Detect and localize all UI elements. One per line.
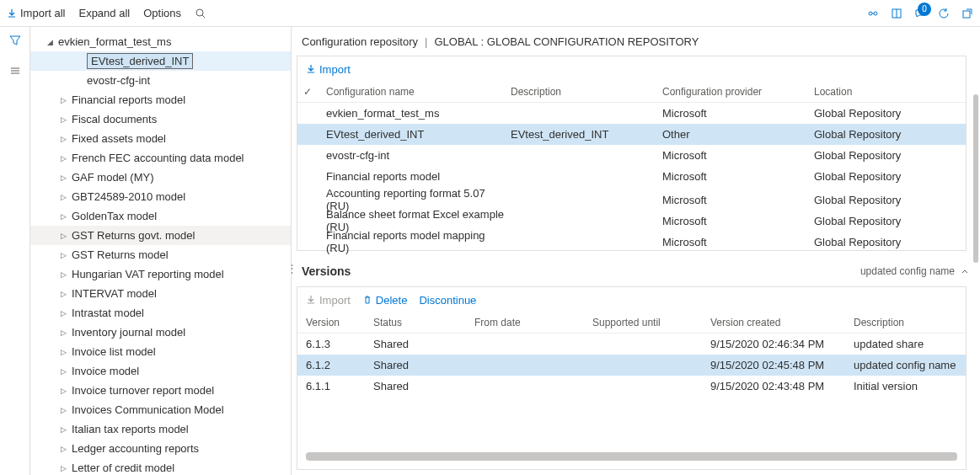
tree-item[interactable]: ▷Letter of credit model [30,458,291,475]
splitter-handle[interactable]: ⋮ [292,251,294,285]
options-button[interactable]: Options [143,7,181,19]
expand-icon[interactable]: ▷ [59,425,67,434]
config-table-row[interactable]: Financial reports model mapping (RU)Micr… [297,229,966,250]
expand-icon[interactable]: ▷ [59,290,67,298]
expand-icon[interactable]: ▷ [59,406,67,414]
tree-item[interactable]: ▷Invoice list model [30,342,291,361]
tree-item[interactable]: ▷Inventory journal model [30,323,291,342]
collapse-icon[interactable]: ◢ [46,38,54,46]
link-icon[interactable] [867,8,879,19]
col-created[interactable]: Version created [710,317,854,328]
version-table-row[interactable]: 6.1.3Shared9/15/2020 02:46:34 PMupdated … [297,334,966,355]
expand-icon[interactable]: ▷ [59,115,67,124]
expand-icon[interactable]: ▷ [59,193,67,201]
list-icon[interactable] [8,64,22,77]
svg-point-1 [869,12,872,15]
version-delete-button[interactable]: Delete [362,294,408,307]
tree-item[interactable]: ▷Intrastat model [30,303,291,323]
content-header: Configuration repository | GLOBAL : GLOB… [292,27,980,56]
config-table-row[interactable]: Accounting reporting format 5.07 (RU)Mic… [297,187,966,208]
expand-icon[interactable]: ▷ [59,154,67,163]
import-button[interactable]: Import [306,63,351,76]
tree-item[interactable]: ▷Fiscal documents [30,109,291,129]
versions-title: Versions [302,264,351,278]
message-badge[interactable]: 0 [914,8,926,19]
version-table-row[interactable]: 6.1.2Shared9/15/2020 02:45:48 PMupdated … [297,355,966,376]
config-table-row[interactable]: EVtest_derived_INTEVtest_derived_INTOthe… [297,124,966,145]
tree-item[interactable]: ▷INTERVAT model [30,284,291,303]
expand-icon[interactable]: ▷ [59,387,67,395]
tree-item[interactable]: ▷Italian tax reports model [30,419,291,439]
tree-item[interactable]: ▷GAF model (MY) [30,168,291,187]
search-button[interactable] [195,8,206,19]
office-icon[interactable] [891,8,902,19]
expand-icon[interactable]: ▷ [59,367,67,376]
tree-item[interactable]: ▷Invoice model [30,361,291,381]
tree-item[interactable]: ▷GoldenTax model [30,206,291,226]
popout-icon[interactable] [961,8,973,19]
expand-icon[interactable]: ▷ [59,270,67,279]
import-all-button[interactable]: Import all [7,7,65,19]
version-table-row[interactable]: 6.1.1Shared9/15/2020 02:43:48 PMInitial … [297,376,966,397]
horizontal-scrollbar[interactable] [306,452,957,461]
config-table-row[interactable]: evostr-cfg-intMicrosoftGlobal Repository [297,145,966,166]
col-description[interactable]: Description [511,86,662,98]
config-table-row[interactable]: Financial reports modelMicrosoftGlobal R… [297,166,966,187]
cell-name: Financial reports model [326,170,511,183]
cell-provider: Microsoft [662,170,814,183]
tree-item[interactable]: ▷Ledger accounting reports [30,439,291,458]
config-table-row[interactable]: Balance sheet format Excel example (RU)M… [297,208,966,229]
expand-icon[interactable]: ▷ [59,464,67,472]
chevron-up-icon[interactable] [960,266,970,276]
version-import-button[interactable]: Import [306,294,351,307]
col-location[interactable]: Location [814,86,966,98]
expand-all-label: Expand all [78,7,130,19]
expand-icon[interactable]: ▷ [59,96,67,104]
expand-icon[interactable]: ▷ [59,348,67,356]
version-discontinue-button[interactable]: Discontinue [419,294,476,307]
col-desc[interactable]: Description [854,317,980,328]
cell-name: evkien_format_test_ms [326,107,511,120]
col-from[interactable]: From date [474,317,592,328]
expand-icon[interactable]: ▷ [59,232,67,240]
tree-item[interactable]: ▷Fixed assets model [30,129,291,148]
cell-name: evostr-cfg-int [326,149,511,162]
vertical-scrollbar[interactable] [973,94,978,263]
tree-panel: ◢ evkien_format_test_ms EVtest_derived_I… [30,27,292,475]
expand-icon[interactable]: ▷ [59,212,67,221]
tree-item[interactable]: evostr-cfg-int [30,71,291,90]
expand-all-button[interactable]: Expand all [78,7,130,19]
tree-item[interactable]: ▷Financial reports model [30,90,291,109]
tree-item-label: Italian tax reports model [72,423,189,435]
expand-icon[interactable]: ▷ [59,328,67,337]
tree-root[interactable]: ◢ evkien_format_test_ms [30,32,291,51]
col-until[interactable]: Supported until [592,317,710,328]
check-column-icon[interactable]: ✓ [301,86,314,98]
tree-item-label: GoldenTax model [72,210,157,222]
tree-item[interactable]: ▷Invoices Communication Model [30,400,291,419]
import-label: Import [319,63,351,76]
tree-item[interactable]: ▷Hungarian VAT reporting model [30,264,291,284]
col-status[interactable]: Status [373,317,474,328]
tree-item[interactable]: ▷Invoice turnover report model [30,381,291,400]
col-config-name[interactable]: Configuration name [326,86,511,98]
cell-desc: updated config name [854,359,980,371]
expand-icon[interactable]: ▷ [59,173,67,182]
col-provider[interactable]: Configuration provider [662,86,814,98]
expand-icon[interactable]: ▷ [59,309,67,318]
cell-location: Global Repository [814,128,966,141]
tree-item[interactable]: ▷GBT24589-2010 model [30,187,291,206]
tree-item[interactable]: ▷GST Returns govt. model [30,226,291,245]
top-toolbar: Import all Expand all Options 0 [0,0,980,27]
config-table-row[interactable]: evkien_format_test_msMicrosoftGlobal Rep… [297,103,966,124]
options-label: Options [143,7,181,19]
refresh-icon[interactable] [938,8,950,19]
expand-icon[interactable]: ▷ [59,135,67,143]
tree-item[interactable]: ▷GST Returns model [30,245,291,264]
tree-item[interactable]: EVtest_derived_INT [30,51,291,71]
col-version[interactable]: Version [306,317,373,328]
expand-icon[interactable]: ▷ [59,251,67,259]
tree-item[interactable]: ▷French FEC accounting data model [30,148,291,168]
filter-icon[interactable] [8,34,22,47]
expand-icon[interactable]: ▷ [59,445,67,453]
